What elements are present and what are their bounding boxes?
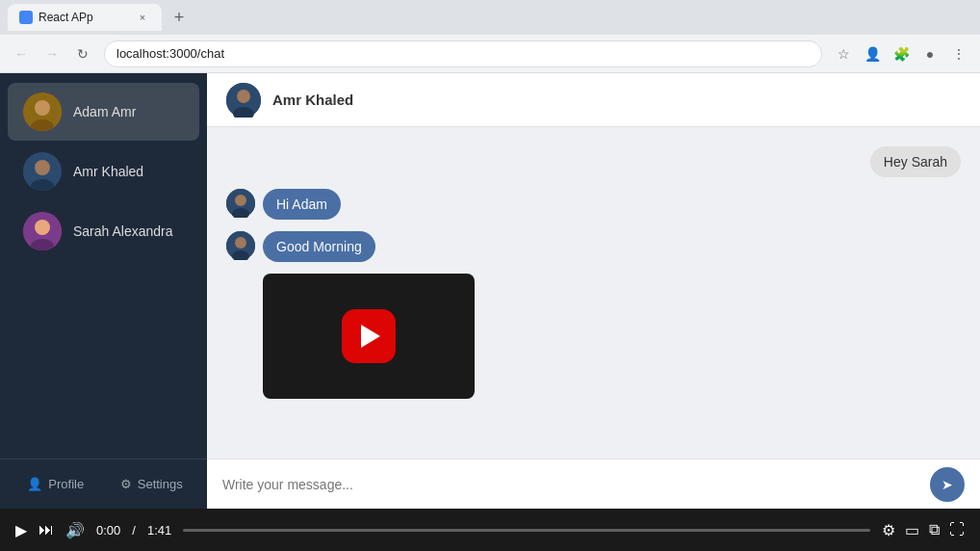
video-player[interactable] <box>263 274 475 399</box>
avatar-sarah <box>23 212 62 250</box>
reload-button[interactable]: ↻ <box>69 40 96 67</box>
message-row-received-2: Good Morning <box>226 231 961 262</box>
video-time-separator: / <box>132 523 136 538</box>
bookmark-icon[interactable]: ☆ <box>830 40 857 67</box>
chat-header: Amr Khaled <box>207 73 980 127</box>
profile-icon[interactable]: 👤 <box>859 40 886 67</box>
tab-close-button[interactable]: × <box>135 10 150 25</box>
video-settings-icon[interactable]: ⚙ <box>882 521 895 539</box>
avatar-amr <box>23 152 62 191</box>
contact-name-sarah: Sarah Alexandra <box>73 223 173 239</box>
svg-point-10 <box>237 90 250 103</box>
app-container: Adam Amr Amr Khaled <box>0 73 980 509</box>
tab-title: React APp <box>39 11 129 24</box>
send-button[interactable]: ➤ <box>930 467 965 502</box>
message-input[interactable] <box>222 477 920 492</box>
video-controls-bar: ▶ ⏭ 🔊 0:00 / 1:41 ⚙ ▭ ⧉ ⛶ <box>0 509 980 551</box>
chat-header-avatar <box>226 83 261 118</box>
settings-icon: ⚙ <box>120 477 132 491</box>
chat-area: Amr Khaled Hey Sarah Hi Adam <box>207 73 980 509</box>
extensions-icon[interactable]: 🧩 <box>888 40 915 67</box>
new-tab-button[interactable]: + <box>166 4 193 31</box>
active-tab[interactable]: React APp × <box>8 4 162 31</box>
svg-point-1 <box>35 100 50 116</box>
contact-sarah[interactable]: Sarah Alexandra <box>8 202 199 260</box>
video-theater-icon[interactable]: ▭ <box>905 521 919 539</box>
video-progress-bar[interactable] <box>183 529 870 532</box>
message-row-sent-1: Hey Sarah <box>226 146 961 177</box>
nav-bar: ← → ↻ localhost:3000/chat ☆ 👤 🧩 ● ⋮ <box>0 35 980 73</box>
video-time-current: 0:00 <box>96 523 120 538</box>
chat-header-name: Amr Khaled <box>272 92 353 108</box>
send-icon: ➤ <box>941 477 953 492</box>
contacts-list: Adam Amr Amr Khaled <box>0 73 207 459</box>
settings-label: Settings <box>138 477 183 491</box>
menu-icon[interactable]: ⋮ <box>945 40 972 67</box>
profile-icon: 👤 <box>27 477 42 491</box>
video-volume-button[interactable]: 🔊 <box>65 521 85 539</box>
address-bar[interactable]: localhost:3000/chat <box>104 40 822 67</box>
nav-icons: ☆ 👤 🧩 ● ⋮ <box>830 40 972 67</box>
chat-input-area: ➤ <box>207 459 980 509</box>
settings-button[interactable]: ⚙ Settings <box>104 471 200 497</box>
profile-button[interactable]: 👤 Profile <box>8 471 104 497</box>
video-time-total: 1:41 <box>147 523 171 538</box>
contact-name-adam: Adam Amr <box>73 104 136 119</box>
message-avatar-amr-1 <box>226 189 255 218</box>
sidebar-footer: 👤 Profile ⚙ Settings <box>0 459 207 509</box>
play-triangle-icon <box>361 325 380 348</box>
contact-amr[interactable]: Amr Khaled <box>8 143 199 200</box>
tab-bar: React APp × + <box>0 0 980 35</box>
avatar-adam <box>23 92 62 131</box>
contact-adam[interactable]: Adam Amr <box>8 83 199 141</box>
contact-name-amr: Amr Khaled <box>73 164 143 179</box>
message-bubble-2: Hi Adam <box>263 189 341 220</box>
tab-favicon <box>19 11 33 24</box>
browser-chrome: React APp × + ← → ↻ localhost:3000/chat … <box>0 0 980 73</box>
back-button[interactable]: ← <box>8 40 35 67</box>
svg-point-13 <box>235 195 246 206</box>
video-right-controls: ⚙ ▭ ⧉ ⛶ <box>882 521 965 539</box>
video-fullscreen-icon[interactable]: ⛶ <box>949 521 965 538</box>
forward-button[interactable]: → <box>39 40 65 67</box>
video-pip-icon[interactable]: ⧉ <box>929 521 940 538</box>
message-row-received-1: Hi Adam <box>226 189 961 220</box>
address-text: localhost:3000/chat <box>116 46 224 61</box>
play-button[interactable] <box>342 309 396 363</box>
video-skip-button[interactable]: ⏭ <box>39 521 54 538</box>
message-avatar-amr-2 <box>226 231 255 260</box>
chat-messages: Hey Sarah Hi Adam <box>207 127 980 459</box>
message-bubble-3: Good Morning <box>263 231 375 262</box>
message-bubble-1: Hey Sarah <box>870 146 961 177</box>
account-icon[interactable]: ● <box>916 40 943 67</box>
svg-point-4 <box>35 160 50 175</box>
profile-label: Profile <box>48 477 84 491</box>
video-play-button[interactable]: ▶ <box>15 521 27 539</box>
svg-point-7 <box>35 220 50 235</box>
svg-point-16 <box>235 237 246 249</box>
sidebar: Adam Amr Amr Khaled <box>0 73 207 509</box>
